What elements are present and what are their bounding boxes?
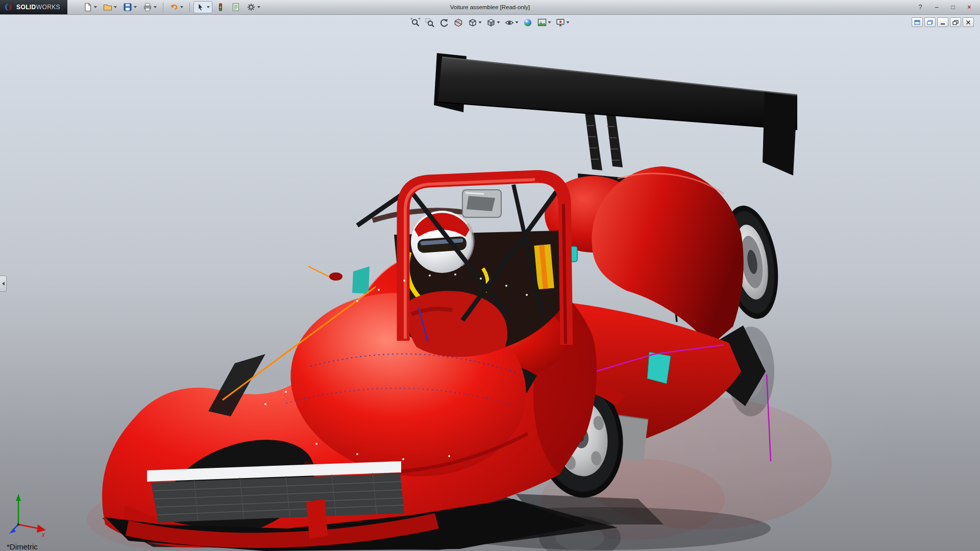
new-document-icon (83, 3, 92, 12)
chevron-down-icon[interactable] (567, 21, 570, 23)
rear-view-mirror[interactable] (462, 190, 501, 217)
view-orientation-label: *Dimetric (7, 542, 38, 551)
3d-viewport[interactable]: x *Dimetric (0, 14, 980, 551)
new-document-button[interactable] (81, 1, 100, 13)
view-orientation-cube-icon (468, 18, 478, 28)
undo-icon (169, 3, 179, 12)
chevron-down-icon[interactable] (154, 6, 157, 8)
hide-show-items-button[interactable] (503, 16, 520, 29)
rebuild-traffic-light-icon (216, 3, 225, 12)
model-render[interactable] (0, 14, 980, 551)
chevron-down-icon[interactable] (180, 6, 183, 8)
window-title: Voiture assemblee [Read-only] (450, 4, 530, 10)
save-button[interactable] (120, 1, 139, 13)
chevron-down-icon[interactable] (257, 6, 260, 8)
save-icon (123, 3, 132, 12)
maximize-button[interactable]: □ (945, 2, 961, 12)
chevron-down-icon[interactable] (114, 6, 117, 8)
dassault-systemes-mark (4, 3, 13, 12)
chevron-down-icon[interactable] (516, 21, 519, 23)
select-tool-button[interactable] (193, 1, 212, 13)
solidworks-logo: SOLIDWORKS (0, 0, 67, 14)
window-controls: ? – □ × (913, 0, 977, 14)
document-window-button[interactable] (912, 17, 923, 27)
section-view-icon (454, 18, 463, 28)
zoom-to-area-button[interactable] (424, 16, 436, 29)
document-minimize-button[interactable] (937, 17, 948, 27)
chevron-left-icon (2, 282, 5, 286)
view-settings-icon (556, 18, 566, 28)
edit-appearance-ball-icon (523, 18, 533, 28)
document-cascade-button[interactable] (924, 17, 936, 27)
document-window-controls (912, 17, 974, 27)
zoom-to-fit-button[interactable] (409, 16, 422, 29)
open-button[interactable] (101, 1, 119, 13)
chevron-down-icon[interactable] (134, 6, 137, 8)
reference-triad: x (7, 491, 50, 539)
close-icon (965, 20, 971, 25)
window-icon (914, 20, 920, 25)
display-style-icon (486, 18, 496, 28)
brand-text: SOLIDWORKS (16, 4, 60, 11)
toolbar-separator (189, 3, 190, 12)
zoom-to-area-icon (425, 18, 435, 28)
close-button[interactable]: × (962, 2, 977, 12)
previous-view-icon (439, 18, 449, 28)
undo-button[interactable] (167, 1, 186, 13)
document-restore-button[interactable] (950, 17, 961, 27)
heads-up-view-toolbar (409, 16, 571, 29)
file-properties-icon (231, 3, 240, 12)
display-style-button[interactable] (485, 16, 502, 29)
chevron-down-icon[interactable] (497, 21, 500, 23)
help-button[interactable]: ? (913, 2, 928, 12)
print-button[interactable] (140, 1, 159, 13)
options-gear-icon (247, 3, 256, 12)
minimize-button[interactable]: – (929, 2, 944, 12)
hide-show-eye-icon (505, 18, 514, 28)
print-icon (143, 3, 152, 12)
panel-collapse-tab[interactable] (0, 276, 7, 292)
previous-view-button[interactable] (438, 16, 451, 29)
apply-scene-icon (537, 18, 547, 28)
chevron-down-icon[interactable] (548, 21, 551, 23)
document-close-button[interactable] (963, 17, 974, 27)
file-properties-button[interactable] (229, 1, 243, 13)
titlebar: SOLIDWORKS (0, 0, 980, 15)
view-orientation-button[interactable] (467, 16, 483, 29)
open-folder-icon (103, 3, 112, 12)
chevron-down-icon[interactable] (479, 21, 482, 23)
zoom-to-fit-icon (411, 18, 421, 28)
minimize-icon (940, 20, 946, 25)
toolbar-separator (163, 3, 163, 12)
rebuild-button[interactable] (213, 1, 228, 13)
edit-appearance-button[interactable] (522, 16, 534, 29)
view-settings-button[interactable] (554, 16, 571, 29)
section-view-button[interactable] (452, 16, 465, 29)
select-cursor-icon (196, 3, 205, 12)
options-button[interactable] (244, 1, 263, 13)
main-toolbar (81, 1, 263, 13)
triad-x-label: x (41, 531, 45, 538)
driver-helmet[interactable] (411, 211, 473, 273)
cascade-windows-icon (927, 20, 933, 25)
chevron-down-icon[interactable] (207, 6, 210, 8)
chevron-down-icon[interactable] (94, 6, 97, 8)
restore-icon (952, 20, 959, 25)
apply-scene-button[interactable] (536, 16, 553, 29)
